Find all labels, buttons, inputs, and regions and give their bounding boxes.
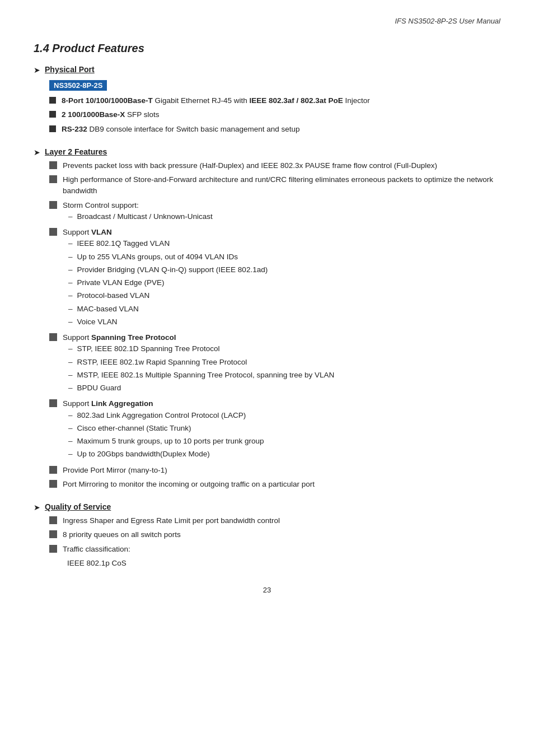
- dash-text: IEEE 802.1Q Tagged VLAN: [77, 238, 170, 249]
- bullet-text: Support Link Aggregation –802.3ad Link A…: [63, 398, 264, 461]
- dash-icon: –: [68, 410, 73, 421]
- dash-item: –BPDU Guard: [68, 382, 334, 394]
- dash-icon: –: [68, 251, 73, 263]
- dash-item: –Private VLAN Edge (PVE): [68, 277, 268, 288]
- bullet-icon: [49, 228, 57, 236]
- qos-header-row: ➤ Quality of Service: [34, 502, 500, 512]
- bullet-icon: [49, 97, 56, 104]
- bullet-text: 2 100/1000Base-X SFP slots: [62, 109, 160, 120]
- bullet-icon: [49, 175, 57, 183]
- dash-text: Cisco ether-channel (Static Trunk): [77, 423, 191, 434]
- stp-list: –STP, IEEE 802.1D Spanning Tree Protocol…: [68, 343, 334, 394]
- physical-port-section: ➤ Physical Port NS3502-8P-2S 8-Port 10/1…: [34, 65, 500, 135]
- dash-item: –RSTP, IEEE 802.1w Rapid Spanning Tree P…: [68, 357, 334, 368]
- layer2-list: Prevents packet loss with back pressure …: [49, 160, 500, 490]
- dash-text: Up to 20Gbps bandwidth(Duplex Mode): [77, 449, 210, 460]
- dash-text: BPDU Guard: [77, 382, 121, 394]
- bullet-text: 8 priority queues on all switch ports: [63, 529, 181, 540]
- list-item: RS-232 DB9 console interface for Switch …: [49, 124, 500, 135]
- bullet-text: Traffic classification:: [63, 544, 130, 555]
- bullet-text: 8-Port 10/100/1000Base-T Gigabit Etherne…: [62, 95, 370, 106]
- layer2-label: Layer 2 Features: [45, 147, 107, 156]
- dash-item: –MAC-based VLAN: [68, 304, 268, 315]
- bullet-icon: [49, 111, 56, 118]
- bullet-text: Ingress Shaper and Egress Rate Limit per…: [63, 515, 280, 526]
- dash-text: 802.3ad Link Aggregation Control Protoco…: [77, 410, 246, 421]
- dash-text: Broadcast / Multicast / Unknown-Unicast: [77, 211, 213, 222]
- dash-item: –MSTP, IEEE 802.1s Multiple Spanning Tre…: [68, 370, 334, 381]
- bullet-icon: [49, 399, 57, 407]
- list-item: 2 100/1000Base-X SFP slots: [49, 109, 500, 120]
- dash-text: Protocol-based VLAN: [77, 290, 150, 301]
- dash-item: –STP, IEEE 802.1D Spanning Tree Protocol: [68, 343, 334, 354]
- bullet-icon: [49, 161, 57, 169]
- dash-icon: –: [68, 304, 73, 315]
- bullet-text: Prevents packet loss with back pressure …: [63, 160, 437, 171]
- bullet-icon: [49, 201, 57, 209]
- dash-text: Voice VLAN: [77, 316, 118, 328]
- list-item: Port Mirroring to monitor the incoming o…: [49, 479, 500, 490]
- dash-icon: –: [68, 423, 73, 434]
- list-item: Prevents packet loss with back pressure …: [49, 160, 500, 171]
- storm-control-list: –Broadcast / Multicast / Unknown-Unicast: [68, 211, 213, 222]
- bullet-text: Support VLAN –IEEE 802.1Q Tagged VLAN –U…: [63, 227, 268, 329]
- list-item: Support VLAN –IEEE 802.1Q Tagged VLAN –U…: [49, 227, 500, 329]
- bullet-icon: [49, 333, 57, 341]
- bullet-text: RS-232 DB9 console interface for Switch …: [62, 124, 300, 135]
- lacp-list: –802.3ad Link Aggregation Control Protoc…: [68, 410, 264, 460]
- product-badge: NS3502-8P-2S: [49, 80, 107, 91]
- list-item: Provide Port Mirror (many-to-1): [49, 465, 500, 476]
- dash-item: –Broadcast / Multicast / Unknown-Unicast: [68, 211, 213, 222]
- dash-text: Up to 255 VLANs groups, out of 4094 VLAN…: [77, 251, 238, 263]
- bullet-icon: [49, 530, 57, 538]
- dash-text: Private VLAN Edge (PVE): [77, 277, 165, 288]
- list-item: Ingress Shaper and Egress Rate Limit per…: [49, 515, 500, 526]
- dash-icon: –: [68, 370, 73, 381]
- bullet-text: High performance of Store-and-Forward ar…: [63, 174, 500, 197]
- layer2-header-row: ➤ Layer 2 Features: [34, 147, 500, 157]
- dash-icon: –: [68, 343, 73, 354]
- list-item: 8 priority queues on all switch ports: [49, 529, 500, 540]
- dash-icon: –: [68, 382, 73, 394]
- qos-section: ➤ Quality of Service Ingress Shaper and …: [34, 502, 500, 569]
- bullet-icon: [49, 466, 57, 474]
- list-item: Support Link Aggregation –802.3ad Link A…: [49, 398, 500, 461]
- layer2-section: ➤ Layer 2 Features Prevents packet loss …: [34, 147, 500, 490]
- bullet-text: Support Spanning Tree Protocol –STP, IEE…: [63, 332, 334, 395]
- dash-item: –Up to 255 VLANs groups, out of 4094 VLA…: [68, 251, 268, 263]
- bullet-icon: [49, 125, 56, 132]
- arrow-icon: ➤: [34, 148, 40, 157]
- arrow-icon: ➤: [34, 66, 40, 74]
- bullet-text: Port Mirroring to monitor the incoming o…: [63, 479, 315, 490]
- dash-item: –Up to 20Gbps bandwidth(Duplex Mode): [68, 449, 264, 460]
- list-item: Traffic classification:: [49, 544, 500, 555]
- dash-icon: –: [68, 277, 73, 288]
- dash-icon: –: [68, 290, 73, 301]
- dash-text: Provider Bridging (VLAN Q-in-Q) support …: [77, 264, 268, 276]
- bullet-text: Provide Port Mirror (many-to-1): [63, 465, 167, 476]
- page-header: IFS NS3502-8P-2S User Manual: [34, 17, 500, 25]
- dash-text: MSTP, IEEE 802.1s Multiple Spanning Tree…: [77, 370, 335, 381]
- dash-icon: –: [68, 264, 73, 276]
- dash-icon: –: [68, 436, 73, 447]
- dash-item: –Provider Bridging (VLAN Q-in-Q) support…: [68, 264, 268, 276]
- bullet-icon: [49, 545, 57, 553]
- list-item: Storm Control support: –Broadcast / Mult…: [49, 200, 500, 225]
- dash-icon: –: [68, 211, 73, 222]
- vlan-list: –IEEE 802.1Q Tagged VLAN –Up to 255 VLAN…: [68, 238, 268, 328]
- bullet-icon: [49, 480, 57, 488]
- qos-label: Quality of Service: [45, 502, 111, 511]
- bullet-text: Storm Control support: –Broadcast / Mult…: [63, 200, 213, 225]
- bullet-icon: [49, 516, 57, 524]
- list-item: 8-Port 10/100/1000Base-T Gigabit Etherne…: [49, 95, 500, 106]
- page-number: 23: [34, 586, 500, 594]
- physical-port-label: Physical Port: [45, 65, 95, 74]
- dash-item: –Protocol-based VLAN: [68, 290, 268, 301]
- dash-icon: –: [68, 449, 73, 460]
- dash-item: –IEEE 802.1Q Tagged VLAN: [68, 238, 268, 249]
- dash-text: RSTP, IEEE 802.1w Rapid Spanning Tree Pr…: [77, 357, 247, 368]
- list-item: Support Spanning Tree Protocol –STP, IEE…: [49, 332, 500, 395]
- dash-icon: –: [68, 238, 73, 249]
- arrow-icon: ➤: [34, 503, 40, 512]
- dash-item: –802.3ad Link Aggregation Control Protoc…: [68, 410, 264, 421]
